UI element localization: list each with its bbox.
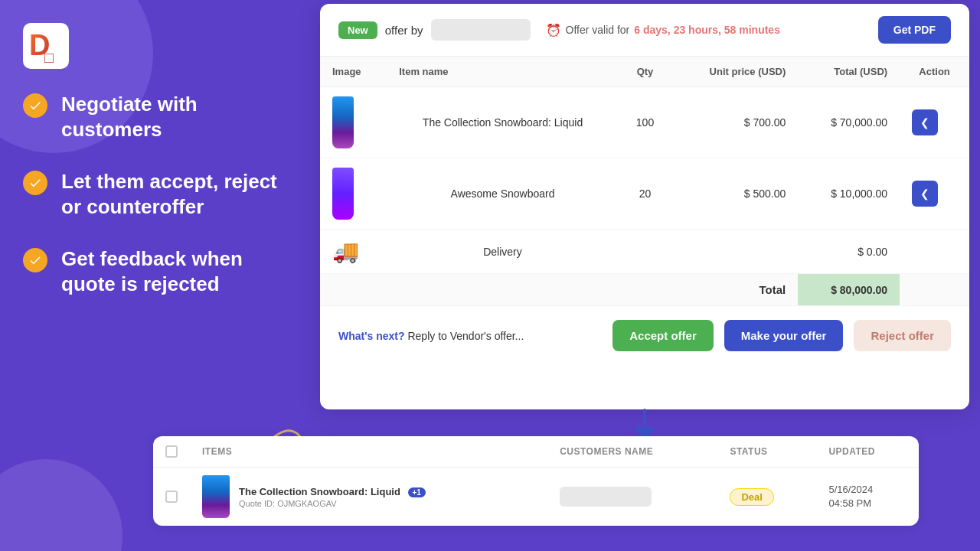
action-button-2[interactable]: ❮ [912,181,938,207]
customer-name-input[interactable] [560,487,652,507]
item-unit-price-cell-2: $ 500.00 [671,158,798,230]
check-icon-accept-reject [23,171,47,195]
item-name-cell-1: The Collection Snowboard: Liquid [387,87,619,158]
bottom-snowboard-image [202,475,230,518]
action-cell-2: ❮ [900,158,969,230]
svg-text:□: □ [44,49,54,66]
total-row: Total $ 80,000.00 [320,274,969,306]
bottom-col-status: STATUS [717,436,816,468]
check-icon-feedback [23,248,47,272]
bottom-customer-cell [547,468,717,527]
item-image-cell [320,87,387,158]
get-pdf-button[interactable]: Get PDF [878,16,951,44]
item-image-cell-2 [320,158,387,230]
feature-text-feedback: Get feedback when quote is rejected [61,246,299,296]
features-list: Negotiate with customers Let them accept… [23,92,299,324]
col-action: Action [900,57,969,87]
whats-next-link[interactable]: What's next? [338,330,405,342]
accept-offer-button[interactable]: Accept offer [612,320,714,351]
feature-text-accept-reject: Let them accept, reject or counteroffer [61,169,299,219]
item-unit-price-cell-3 [671,230,798,274]
updated-time: 04:58 PM [828,497,906,510]
header-checkbox[interactable] [165,445,178,458]
whats-next: What's next? Reply to Vendor's offer... [338,330,524,342]
reject-offer-button[interactable]: Reject offer [854,320,951,351]
table-row: 🚚 Delivery $ 0.00 [320,230,969,274]
item-name-cell-2: Awesome Snowboard [387,158,619,230]
row-checkbox[interactable] [165,491,178,503]
bottom-quote-id: Quote ID: OJMGKAOGAV [239,499,426,508]
feature-item-feedback: Get feedback when quote is rejected [23,246,299,296]
feature-item-negotiate: Negotiate with customers [23,92,299,142]
bottom-item-cell: The Collection Snowboard: Liquid +1 Quot… [190,468,547,526]
make-offer-button[interactable]: Make your offer [724,320,844,351]
bottom-col-customers: CUSTOMERS NAME [547,436,717,468]
action-button-1[interactable]: ❮ [912,109,938,135]
item-total-cell-1: $ 70,000.00 [798,87,900,158]
item-total-cell-2: $ 10,000.00 [798,158,900,230]
total-value: $ 80,000.00 [798,274,900,306]
snowboard1-image [332,96,354,148]
new-badge: New [338,21,377,39]
bottom-col-updated: UPDATED [816,436,919,468]
col-qty: Qty [619,57,671,87]
delivery-icon: 🚚 [332,240,359,263]
check-icon-negotiate [23,93,47,118]
reply-text: Reply to Vendor's offer... [407,330,524,342]
feature-item-accept-reject: Let them accept, reject or counteroffer [23,169,299,219]
bottom-updated-cell: 5/16/2024 04:58 PM [816,468,919,527]
blob-decoration-bottom [0,459,122,551]
col-unit-price: Unit price (USD) [671,57,798,87]
col-image: Image [320,57,387,87]
deal-status-badge: Deal [730,488,773,506]
item-name-cell-3: Delivery [387,230,619,274]
bottom-col-items: ITEMS [190,436,547,468]
arrow-stem [643,409,646,427]
col-item-name: Item name [387,57,619,87]
timer-icon: ⏰ [546,23,561,37]
timer-prefix: Offer valid for [566,24,630,36]
footer-actions: What's next? Reply to Vendor's offer... … [320,306,969,365]
table-row: Awesome Snowboard 20 $ 500.00 $ 10,000.0… [320,158,969,230]
item-qty-cell-1: 100 [619,87,671,158]
plus-badge: +1 [408,487,426,497]
bottom-status-cell: Deal [717,468,816,527]
item-unit-price-cell-1: $ 700.00 [671,87,798,158]
snowboard2-image [332,168,354,220]
offer-header: New offer by ⏰ Offer valid for 6 days, 2… [320,4,969,57]
table-row: The Collection Snowboard: Liquid 100 $ 7… [320,87,969,158]
quote-table: Image Item name Qty Unit price (USD) Tot… [320,57,969,306]
bottom-table-row: The Collection Snowboard: Liquid +1 Quot… [153,468,919,527]
bottom-col-checkbox [153,436,190,468]
total-label: Total [671,274,798,306]
offer-by-input[interactable] [431,19,531,41]
bottom-table: ITEMS CUSTOMERS NAME STATUS UPDATED The … [153,436,919,526]
timer-value: 6 days, 23 hours, 58 minutes [634,24,780,36]
item-image-cell-3: 🚚 [320,230,387,274]
logo: D □ [23,23,69,69]
bottom-item-name: The Collection Snowboard: Liquid +1 [239,486,426,497]
offer-timer: ⏰ Offer valid for 6 days, 23 hours, 58 m… [546,23,780,37]
action-cell-3 [900,230,969,274]
col-total: Total (USD) [798,57,900,87]
item-qty-cell-3 [619,230,671,274]
item-total-cell-3: $ 0.00 [798,230,900,274]
updated-date: 5/16/2024 [828,483,906,497]
bottom-row-checkbox-cell [153,468,190,527]
bottom-panel: ITEMS CUSTOMERS NAME STATUS UPDATED The … [153,436,919,526]
offer-by-label: offer by [385,24,423,37]
item-qty-cell-2: 20 [619,158,671,230]
main-panel: New offer by ⏰ Offer valid for 6 days, 2… [320,4,969,409]
action-cell-1: ❮ [900,87,969,158]
feature-text-negotiate: Negotiate with customers [61,92,299,142]
